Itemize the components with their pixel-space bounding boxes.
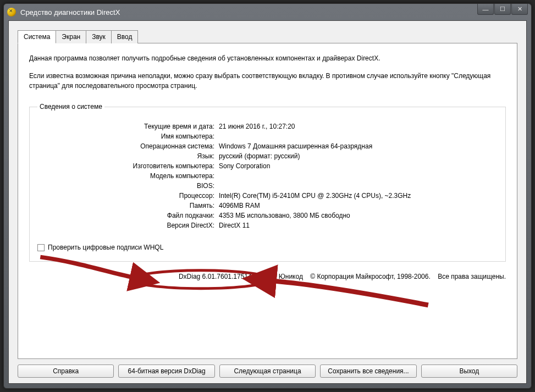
footer-copyright: © Корпорация Майкрософт, 1998-2006. xyxy=(310,273,431,280)
system-info-legend: Сведения о системе xyxy=(37,103,104,111)
label-cpu: Процессор: xyxy=(37,192,219,200)
tab-sound[interactable]: Звук xyxy=(86,30,112,43)
label-model: Модель компьютера: xyxy=(37,172,219,180)
value-datetime: 21 июня 2016 г., 10:27:20 xyxy=(219,123,498,130)
window-title: Средство диагностики DirectX xyxy=(20,8,120,16)
save-all-button-label: Сохранить все сведения... xyxy=(328,367,409,375)
value-mfr: Sony Corporation xyxy=(219,162,498,170)
value-mem: 4096MB RAM xyxy=(219,202,498,209)
run-64bit-button-label: 64-битная версия DxDiag xyxy=(128,367,206,375)
value-dxver: DirectX 11 xyxy=(219,222,498,229)
value-lang: русский (формат: русский) xyxy=(219,152,498,160)
footer-rights: Все права защищены. xyxy=(438,273,506,280)
client-area: Система Экран Звук Ввод Данная программа… xyxy=(8,20,527,384)
system-info-group: Сведения о системе Текущие время и дата:… xyxy=(29,103,506,262)
dxdiag-window: Средство диагностики DirectX — ☐ ✕ Систе… xyxy=(3,3,532,389)
whql-label: Проверить цифровые подписи WHQL xyxy=(48,244,163,251)
exit-button-label: Выход xyxy=(459,367,479,375)
label-dxver: Версия DirectX: xyxy=(37,222,219,229)
tab-body: Данная программа позволяет получить подр… xyxy=(18,43,517,359)
help-button[interactable]: Справка xyxy=(18,365,114,378)
label-datetime: Текущие время и дата: xyxy=(37,123,219,130)
minimize-icon: — xyxy=(483,6,489,13)
next-page-button[interactable]: Следующая страница xyxy=(219,365,316,378)
label-bios: BIOS: xyxy=(37,182,219,190)
label-swap: Файл подкачки: xyxy=(37,212,219,219)
footer-line: DxDiag 6.01.7601.17514 32 бита Юникод © … xyxy=(29,273,506,280)
value-cpu: Intel(R) Core(TM) i5-2410M CPU @ 2.30GHz… xyxy=(219,192,498,200)
tab-system-label: Система xyxy=(24,33,50,41)
maximize-button[interactable]: ☐ xyxy=(494,4,511,15)
intro-p1: Данная программа позволяет получить подр… xyxy=(29,53,506,63)
run-64bit-button[interactable]: 64-битная версия DxDiag xyxy=(118,365,214,378)
label-lang: Язык: xyxy=(37,152,219,160)
tab-input-label: Ввод xyxy=(117,33,133,41)
close-button[interactable]: ✕ xyxy=(511,4,528,15)
intro-p2: Если известна возможная причина неполадк… xyxy=(29,71,506,91)
tab-display[interactable]: Экран xyxy=(56,30,86,43)
help-button-label: Справка xyxy=(53,367,79,375)
titlebar[interactable]: Средство диагностики DirectX — ☐ ✕ xyxy=(4,4,531,20)
next-page-button-label: Следующая страница xyxy=(234,367,301,375)
save-all-button[interactable]: Сохранить все сведения... xyxy=(320,365,416,378)
app-icon xyxy=(7,8,16,16)
value-swap: 4353 МБ использовано, 3800 МБ свободно xyxy=(219,212,498,219)
tab-input[interactable]: Ввод xyxy=(111,30,139,43)
label-mfr: Изготовитель компьютера: xyxy=(37,162,219,170)
intro-text: Данная программа позволяет получить подр… xyxy=(29,53,506,98)
footer-version: DxDiag 6.01.7601.17514 32 бита Юникод xyxy=(179,273,303,280)
exit-button[interactable]: Выход xyxy=(421,365,517,378)
button-row: Справка 64-битная версия DxDiag Следующа… xyxy=(18,365,517,378)
tab-sound-label: Звук xyxy=(92,33,106,41)
label-os: Операционная система: xyxy=(37,142,219,150)
value-os: Windows 7 Домашняя расширенная 64-разряд… xyxy=(219,142,498,150)
close-icon: ✕ xyxy=(517,5,522,13)
label-mem: Память: xyxy=(37,202,219,209)
maximize-icon: ☐ xyxy=(500,5,505,13)
tab-system[interactable]: Система xyxy=(18,30,56,43)
tab-display-label: Экран xyxy=(62,33,80,41)
label-pcname: Имя компьютера: xyxy=(37,132,219,140)
minimize-button[interactable]: — xyxy=(477,4,494,15)
whql-checkbox[interactable] xyxy=(37,244,45,251)
tabstrip: Система Экран Звук Ввод xyxy=(18,30,517,43)
